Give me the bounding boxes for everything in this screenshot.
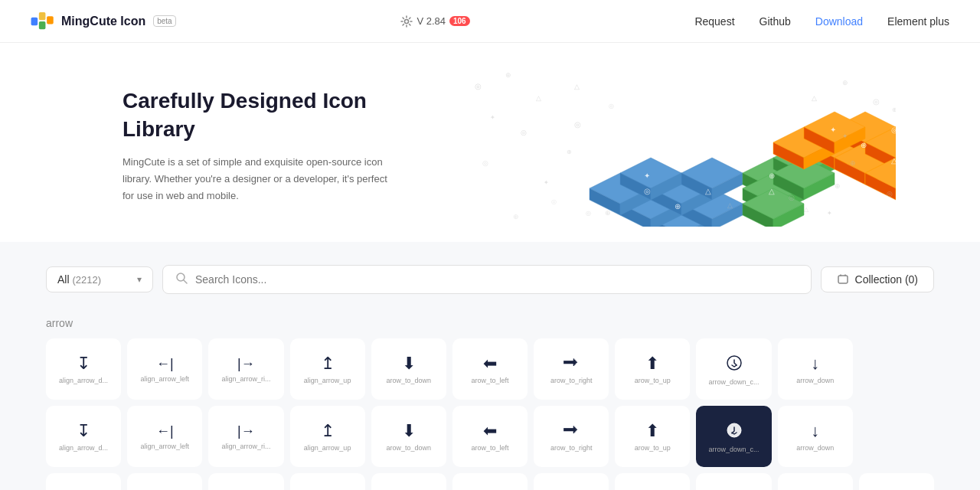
icon-symbol: ↓: [811, 355, 819, 372]
icon-card-filled[interactable]: arrow_down_c...: [696, 406, 771, 467]
icon-card[interactable]: ↥ align_arrow_up: [290, 406, 365, 467]
icon-label: align_arrow_d...: [59, 444, 108, 453]
svg-text:◎: ◎: [475, 82, 482, 90]
icon-card[interactable]: ↓: [696, 473, 771, 490]
svg-text:△: △: [769, 187, 775, 195]
svg-text:⊕: ⊕: [567, 149, 572, 155]
hero-title: Carefully Designed Icon Library: [122, 87, 444, 143]
icons-grid-row1: ↧ align_arrow_d... ←| align_arrow_left |…: [46, 338, 934, 400]
icon-card[interactable]: |→ align_arrow_ri...: [208, 338, 283, 400]
search-section: All (2212) ▾ Collection (0): [0, 242, 980, 305]
icon-card[interactable]: →: [534, 473, 609, 490]
icon-card[interactable]: ↙: [208, 473, 283, 490]
category-dropdown[interactable]: All (2212) ▾: [46, 266, 153, 292]
icon-symbol: |→: [237, 424, 255, 438]
icons-section: arrow ↧ align_arrow_d... ←| align_arrow_…: [0, 305, 980, 490]
nav-github[interactable]: Github: [760, 15, 791, 28]
hero-description: MingCute is a set of simple and exquisit…: [122, 154, 398, 204]
svg-rect-3: [47, 16, 54, 24]
icon-card[interactable]: ↓ arrow_down: [778, 338, 853, 400]
icon-label: arow_to_right: [550, 377, 593, 386]
icon-card[interactable]: ←: [46, 473, 121, 490]
nav-element-plus[interactable]: Element plus: [887, 15, 949, 28]
icon-card[interactable]: →: [615, 473, 690, 490]
icon-card[interactable]: arrow_down_c...: [696, 338, 771, 400]
icon-card[interactable]: ⬇ arow_to_down: [371, 406, 446, 467]
icon-card[interactable]: ←| align_arrow_left: [127, 406, 202, 467]
icon-card-empty: [859, 338, 934, 400]
icon-symbol: ←|: [156, 424, 174, 438]
beta-badge: beta: [153, 15, 175, 27]
svg-line-104: [184, 280, 187, 283]
icon-card[interactable]: ⬇ arow_to_down: [371, 338, 446, 400]
gear-icon: [400, 15, 413, 28]
icon-label: arow_to_up: [635, 444, 671, 453]
svg-text:△: △: [574, 83, 580, 90]
svg-text:✦: ✦: [827, 210, 832, 217]
svg-text:△: △: [536, 94, 541, 102]
svg-text:◎: ◎: [586, 210, 591, 217]
category-count: (2212): [72, 274, 101, 286]
svg-rect-105: [838, 276, 848, 283]
search-input[interactable]: [195, 273, 799, 286]
icon-label: align_arrow_up: [304, 377, 351, 386]
svg-text:✦: ✦: [830, 126, 836, 134]
icon-card[interactable]: ↙: [127, 473, 202, 490]
icon-label: align_arrow_left: [140, 375, 189, 384]
logo-icon: [31, 12, 55, 31]
icon-label: align_arrow_left: [140, 443, 189, 452]
icon-card[interactable]: ↻: [371, 473, 446, 490]
icon-card[interactable]: ↧ align_arrow_d...: [46, 406, 121, 467]
icon-card[interactable]: ⬆ arow_to_up: [615, 338, 690, 400]
chevron-down-icon: ▾: [137, 274, 142, 285]
svg-text:◎: ◎: [574, 120, 581, 129]
icon-symbol: ⬇: [402, 423, 416, 439]
svg-text:✦: ✦: [842, 132, 848, 140]
svg-rect-1: [39, 12, 46, 20]
icon-symbol: ⮕: [563, 423, 580, 439]
icon-card[interactable]: ↖: [452, 473, 528, 490]
header: MingCute Icon beta V 2.84 106 Request Gi…: [0, 0, 980, 43]
svg-text:◎: ◎: [521, 129, 527, 136]
svg-text:⊕: ⊕: [513, 213, 519, 220]
svg-text:⊕: ⊕: [861, 141, 867, 149]
icon-card[interactable]: ⬅ arow_to_left: [452, 406, 528, 467]
icon-card[interactable]: →: [859, 473, 934, 490]
svg-text:⊕: ⊕: [892, 106, 896, 113]
update-badge: 106: [449, 16, 470, 26]
icon-card[interactable]: ⮕ arow_to_right: [534, 338, 609, 400]
icon-card[interactable]: ↧ align_arrow_d...: [46, 338, 121, 400]
hero-visual: ◎ ⊕ △ ✦ ◎ ⊕ ◎ △ ✦ ◎ ⊕ ◎ △ ⊕ ◎: [444, 66, 919, 227]
icon-card[interactable]: ←| align_arrow_left: [127, 338, 202, 400]
search-input-wrap: [162, 265, 812, 294]
icon-card[interactable]: ↓ arrow_down: [778, 406, 853, 467]
icon-symbol: ←|: [156, 357, 174, 371]
icon-card[interactable]: |→ align_arrow_ri...: [208, 406, 283, 467]
svg-rect-0: [31, 17, 38, 24]
icon-card[interactable]: ↥ align_arrow_up: [290, 338, 365, 400]
logo-text: MingCute Icon: [61, 15, 145, 28]
version-text: V 2.84: [416, 15, 446, 27]
nav-request[interactable]: Request: [694, 15, 734, 28]
icon-card[interactable]: ⬅ arow_to_left: [452, 338, 528, 400]
icon-symbol: ⬇: [402, 355, 416, 372]
hero-text: Carefully Designed Icon Library MingCute…: [122, 87, 444, 204]
nav-download[interactable]: Download: [815, 15, 863, 28]
icon-symbol: |→: [237, 357, 255, 371]
svg-text:◎: ◎: [644, 187, 651, 195]
icon-card[interactable]: ←: [290, 473, 365, 490]
svg-text:△: △: [804, 206, 809, 213]
svg-text:△: △: [727, 201, 733, 209]
icon-label: align_arrow_up: [304, 444, 351, 453]
search-icon: [175, 272, 188, 287]
collection-button[interactable]: Collection (0): [821, 266, 934, 292]
svg-text:◎: ◎: [789, 194, 795, 201]
hero-section: Carefully Designed Icon Library MingCute…: [0, 43, 980, 242]
svg-text:✦: ✦: [490, 114, 495, 121]
icon-card[interactable]: ⮕ arow_to_right: [534, 406, 609, 467]
icon-card[interactable]: ↘: [778, 473, 853, 490]
icon-card[interactable]: ⬆ arow_to_up: [615, 406, 690, 467]
svg-text:△: △: [812, 94, 817, 102]
svg-text:⊕: ⊕: [605, 209, 611, 217]
svg-text:✦: ✦: [644, 172, 650, 180]
